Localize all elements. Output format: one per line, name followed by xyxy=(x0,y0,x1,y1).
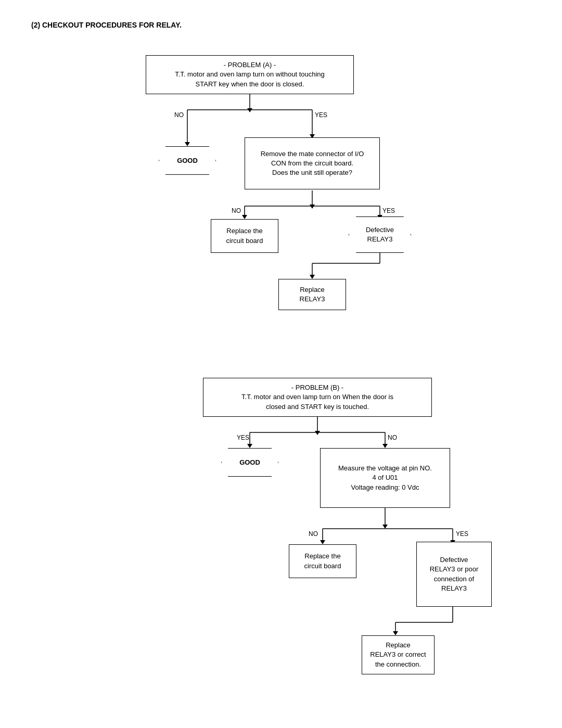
no-label-b2: NO xyxy=(309,530,318,538)
yes-label-2: YES xyxy=(382,207,395,214)
measure-line2: 4 of U01 xyxy=(338,473,432,482)
svg-marker-31 xyxy=(382,525,388,529)
replace-board-a-box: Replace the circuit board xyxy=(211,219,278,253)
replace-board-a-line1: Replace the xyxy=(226,226,263,236)
svg-marker-23 xyxy=(315,431,320,435)
svg-marker-5 xyxy=(185,142,190,146)
remove-line1: Remove the mate connector of I/O xyxy=(261,149,364,159)
problem-a-line2: T.T. motor and oven lamp turn on without… xyxy=(175,70,325,79)
page: (2) CHECKOUT PROCEDURES FOR RELAY. xyxy=(0,0,562,728)
remove-line2: CON from the circuit board. xyxy=(261,159,364,168)
defective-b-line4: RELAY3 xyxy=(430,584,479,593)
flowchart-b: - PROBLEM (B) - T.T. motor and oven lamp… xyxy=(73,367,531,728)
good-diamond-b: GOOD xyxy=(221,448,278,477)
measure-line1: Measure the voltage at pin NO. xyxy=(338,464,432,473)
svg-marker-41 xyxy=(393,631,398,635)
problem-b-line3: closed and START key is touched. xyxy=(241,402,393,412)
replace-relay3-a-line2: RELAY3 xyxy=(300,295,325,304)
replace-board-b-line2: circuit board xyxy=(304,561,341,571)
replace-board-b-box: Replace the circuit board xyxy=(289,544,356,578)
remove-connector-box: Remove the mate connector of I/O CON fro… xyxy=(245,137,380,189)
replace-relay3-b-box: Replace RELAY3 or correct the connection… xyxy=(362,635,435,674)
good-label-b: GOOD xyxy=(239,458,260,466)
yes-label-b2: YES xyxy=(456,530,468,538)
replace-relay3-b-line2: RELAY3 or correct xyxy=(370,650,426,659)
defective-b-line2: RELAY3 or poor xyxy=(430,565,479,574)
problem-a-line1: - PROBLEM (A) - xyxy=(175,60,325,70)
flowchart-a: - PROBLEM (A) - T.T. motor and oven lamp… xyxy=(73,45,531,336)
no-label-b: NO xyxy=(388,434,397,441)
problem-a-line3: START key when the door is closed. xyxy=(175,80,325,89)
defective-b-line3: connection of xyxy=(430,574,479,584)
svg-marker-11 xyxy=(310,205,315,209)
problem-a-box: - PROBLEM (A) - T.T. motor and oven lamp… xyxy=(146,55,354,94)
remove-line3: Does the unit still operate? xyxy=(261,168,364,177)
svg-marker-14 xyxy=(242,215,247,219)
yes-label-1: YES xyxy=(315,111,327,119)
svg-marker-1 xyxy=(247,108,252,112)
defective-b-line1: Defective xyxy=(430,555,479,565)
problem-b-line2: T.T. motor and oven lamp turn on When th… xyxy=(241,392,393,402)
svg-marker-29 xyxy=(382,444,388,448)
replace-relay3-b-line3: the connection. xyxy=(370,660,426,669)
yes-label-b: YES xyxy=(237,434,249,441)
measure-line3: Voltage reading: 0 Vdc xyxy=(338,483,432,492)
no-label-1: NO xyxy=(174,111,184,119)
defective-relay3-line1: Defective xyxy=(366,225,394,235)
problem-b-line1: - PROBLEM (B) - xyxy=(241,383,393,392)
section-title: (2) CHECKOUT PROCEDURES FOR RELAY. xyxy=(31,21,531,29)
replace-relay3-b-line1: Replace xyxy=(370,641,426,650)
defective-relay3-a: Defective RELAY3 xyxy=(349,216,411,253)
svg-marker-34 xyxy=(320,540,325,544)
svg-marker-21 xyxy=(310,275,315,279)
good-label-a: GOOD xyxy=(177,157,198,164)
problem-b-box: - PROBLEM (B) - T.T. motor and oven lamp… xyxy=(203,378,432,417)
no-label-2: NO xyxy=(232,207,241,214)
svg-marker-26 xyxy=(247,444,252,448)
measure-voltage-box: Measure the voltage at pin NO. 4 of U01 … xyxy=(320,448,450,508)
replace-board-b-line1: Replace the xyxy=(304,552,341,561)
defective-relay3-b-box: Defective RELAY3 or poor connection of R… xyxy=(416,542,492,607)
defective-relay3-line2: RELAY3 xyxy=(366,235,394,244)
good-diamond-a: GOOD xyxy=(159,146,216,175)
replace-relay3-a-line1: Replace xyxy=(300,285,325,295)
replace-board-a-line2: circuit board xyxy=(226,236,263,246)
replace-relay3-a-box: Replace RELAY3 xyxy=(278,279,346,310)
